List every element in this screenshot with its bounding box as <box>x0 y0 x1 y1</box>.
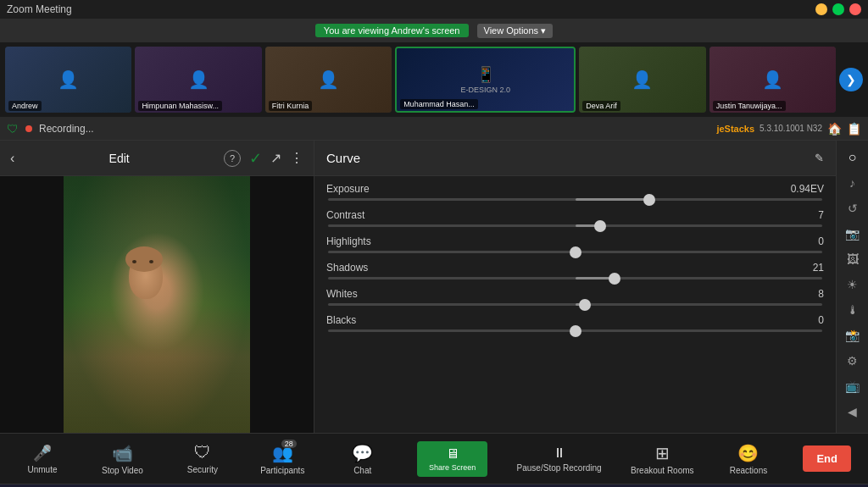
security-icon: 🛡 <box>194 443 211 462</box>
highlights-track[interactable] <box>328 251 822 253</box>
sun-icon[interactable]: ☀ <box>840 273 865 296</box>
exposure-thumb[interactable] <box>643 194 655 206</box>
participants-row: 👤 Andrew 👤 Himpunan Mahasisw... 👤 Fitri … <box>0 42 868 117</box>
shadows-value: 21 <box>813 262 824 274</box>
zoom-toolbar: 🎤 Unmute 📹 Stop Video 🛡 Security 👥 28 Pa… <box>0 433 868 484</box>
toolbar-reactions[interactable]: 😊 Reactions <box>723 443 774 475</box>
refresh-icon[interactable]: ↺ <box>840 196 865 220</box>
toolbar-breakout-rooms[interactable]: ⊞ Breakout Rooms <box>631 443 693 475</box>
confirm-button[interactable]: ✓ <box>249 149 262 168</box>
highlights-label: Highlights <box>326 235 371 247</box>
camera-icon[interactable]: 📷 <box>840 222 865 246</box>
title-bar: Zoom Meeting <box>0 0 868 19</box>
contrast-slider-row: Contrast 7 <box>326 209 824 227</box>
view-options-button[interactable]: View Options ▾ <box>477 24 554 38</box>
whites-value: 8 <box>818 288 824 300</box>
edit-area: ‹ Edit ? ✓ ↗ ⋮ <box>0 141 868 433</box>
shadows-thumb[interactable] <box>609 273 620 285</box>
back-arrow-icon[interactable]: ◀ <box>840 400 865 423</box>
blacks-slider-row: Blacks 0 <box>326 314 824 332</box>
exposure-label: Exposure <box>326 183 370 195</box>
participant-thumb[interactable]: 👤 Deva Arif <box>579 47 705 113</box>
whites-track[interactable] <box>328 303 822 306</box>
toolbar-security[interactable]: 🛡 Security <box>177 443 228 474</box>
gallery-icon[interactable]: 🖼 <box>840 247 865 271</box>
participants-label: Participants <box>260 466 304 475</box>
share-screen-label: Share Screen <box>429 463 476 472</box>
minimize-button[interactable] <box>815 3 827 15</box>
photo-container <box>0 176 314 433</box>
participant-thumb[interactable]: 👤 Justin Tanuwijaya... <box>709 47 836 113</box>
shadows-track[interactable] <box>328 277 822 279</box>
contrast-track[interactable] <box>328 224 822 227</box>
participant-name: Fitri Kurnia <box>269 101 313 111</box>
temperature-icon[interactable]: 🌡 <box>840 298 865 322</box>
curve-title: Curve <box>326 151 815 165</box>
tv-icon[interactable]: 📺 <box>840 374 865 398</box>
screen-share-bar: You are viewing Andrew's screen View Opt… <box>0 19 868 42</box>
toolbar-unmute[interactable]: 🎤 Unmute <box>17 444 68 474</box>
window-controls <box>815 3 861 15</box>
participant-thumb[interactable]: 👤 Himpunan Mahasisw... <box>135 47 261 113</box>
end-meeting-button[interactable]: End <box>803 445 851 472</box>
security-label: Security <box>187 465 218 474</box>
participant-name: Muhammad Hasan... <box>400 99 478 109</box>
share-screen-icon: 🖥 <box>446 446 459 462</box>
pause-icon: ⏸ <box>553 445 566 461</box>
participants-count: 28 <box>281 440 297 448</box>
participant-name: Deva Arif <box>582 101 620 111</box>
clipboard-icon[interactable]: 📋 <box>847 122 861 136</box>
back-button[interactable]: ‹ <box>10 151 14 166</box>
maximize-button[interactable] <box>832 3 844 15</box>
highlights-slider-row: Highlights 0 <box>326 235 824 253</box>
more-button[interactable]: ⋮ <box>290 150 303 166</box>
toolbar-chat[interactable]: 💬 Chat <box>337 443 388 475</box>
whites-slider-row: Whites 8 <box>326 288 824 306</box>
app-title: Zoom Meeting <box>7 3 72 15</box>
video-icon: 📹 <box>112 444 133 462</box>
close-button[interactable] <box>849 3 861 15</box>
reactions-label: Reactions <box>730 466 767 475</box>
recording-indicator <box>25 125 32 132</box>
share-button[interactable]: ↗ <box>270 150 281 166</box>
help-button[interactable]: ? <box>224 150 241 167</box>
sound-icon[interactable]: ♪ <box>840 171 865 195</box>
highlights-thumb[interactable] <box>570 246 581 258</box>
adjustments-content: Exposure 0.94EV Contrast 7 <box>314 176 836 433</box>
recording-bar: 🛡 Recording... jeStacks 5.3.10.1001 N32 … <box>0 117 868 141</box>
contrast-thumb[interactable] <box>594 220 606 232</box>
blacks-thumb[interactable] <box>570 325 581 337</box>
app-version: 5.3.10.1001 N32 <box>760 124 822 133</box>
edit-panel-title: Edit <box>23 152 215 165</box>
curve-header: Curve ✎ <box>314 141 836 176</box>
blacks-track[interactable] <box>328 329 822 332</box>
toolbar-participants[interactable]: 👥 28 Participants <box>257 443 308 475</box>
toolbar-share-screen[interactable]: 🖥 Share Screen <box>417 441 487 477</box>
settings-icon[interactable]: ⚙ <box>840 349 865 373</box>
photo-overlay <box>64 176 250 433</box>
photo-icon[interactable]: 📸 <box>840 324 865 347</box>
participant-thumb[interactable]: 👤 Andrew <box>5 47 131 113</box>
exposure-track[interactable] <box>328 198 822 201</box>
share-screen-button[interactable]: 🖥 Share Screen <box>417 441 487 477</box>
unmute-label: Unmute <box>27 465 57 474</box>
curve-edit-icon[interactable]: ✎ <box>815 152 824 164</box>
chat-label: Chat <box>353 466 371 475</box>
participant-thumb[interactable]: 👤 Fitri Kurnia <box>265 47 392 113</box>
breakout-label: Breakout Rooms <box>631 466 693 475</box>
participant-name: Justin Tanuwijaya... <box>713 101 786 111</box>
whites-label: Whites <box>326 288 358 300</box>
blacks-label: Blacks <box>326 314 356 326</box>
participant-thumb-active[interactable]: 📱 E-DESIGN 2.0 Muhammad Hasan... <box>395 47 576 113</box>
contrast-label: Contrast <box>326 209 364 221</box>
app-name: jeStacks <box>716 124 754 134</box>
stop-video-label: Stop Video <box>102 466 143 475</box>
home-icon[interactable]: 🏠 <box>827 122 842 136</box>
whites-thumb[interactable] <box>579 299 591 311</box>
viewing-badge: You are viewing Andrew's screen <box>315 24 469 37</box>
toolbar-stop-video[interactable]: 📹 Stop Video <box>97 443 147 475</box>
next-participant-arrow[interactable]: ❯ <box>839 68 863 91</box>
toolbar-pause-recording[interactable]: ⏸ Pause/Stop Recording <box>517 445 602 473</box>
pause-recording-label: Pause/Stop Recording <box>517 463 602 473</box>
circle-icon[interactable]: ○ <box>840 146 865 169</box>
